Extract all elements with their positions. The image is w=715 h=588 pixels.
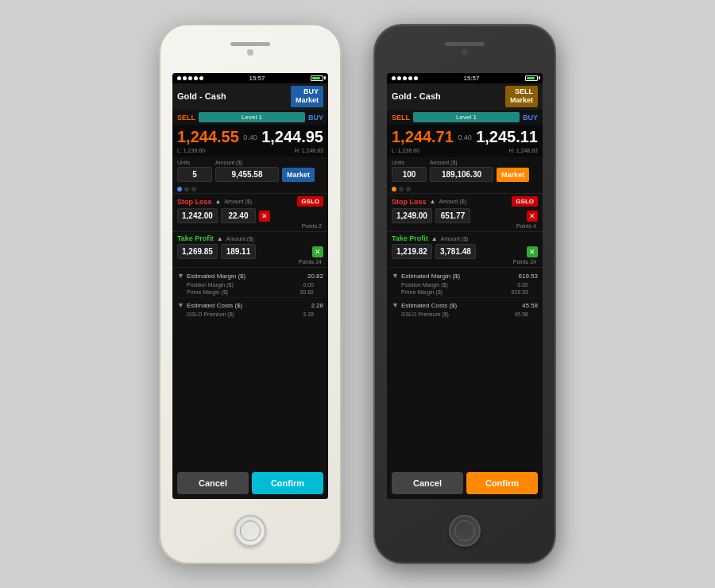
- tabs-row-1: SELL Level 1 BUY: [172, 110, 328, 125]
- divider-1: [177, 297, 323, 298]
- order-dot-2b: [399, 187, 404, 191]
- divider-2: [392, 297, 538, 298]
- trade-title-1: Gold - Cash: [177, 91, 226, 101]
- sl-amount-label-2: Amount ($): [439, 199, 466, 204]
- speaker-2: [445, 42, 485, 46]
- trade-type-label-1: BUY: [296, 87, 319, 97]
- market-btn-1[interactable]: Market: [282, 168, 315, 182]
- order-dot-2c: [406, 187, 411, 191]
- cancel-button-2[interactable]: Cancel: [392, 472, 463, 494]
- gslo-row-2: GSLO Premium ($) 45.58: [392, 311, 538, 318]
- confirm-button-2[interactable]: Confirm: [466, 472, 538, 494]
- trade-type-1: BUY Market: [291, 86, 323, 107]
- info-row-2: L: 1,236.60 H: 1,248.83: [387, 148, 543, 157]
- phone-1: 15:57 Gold - Cash BUY Market SELL Level …: [159, 24, 342, 564]
- costs-title-1: Estimated Costs ($): [187, 302, 242, 309]
- margin-title-2: Estimated Margin ($): [401, 273, 460, 280]
- tp-arrow-1: ▲: [217, 235, 223, 242]
- tp-value-1[interactable]: 1,269.85: [177, 244, 218, 259]
- sl-label-2: Stop Loss: [392, 198, 427, 206]
- costs-chevron-2: ▼: [392, 301, 399, 309]
- amount-label-1: Amount ($): [215, 160, 279, 165]
- price-low-2: L: 1,236.60: [392, 148, 419, 153]
- phone-2: 15:57 Gold - Cash SELL Market SELL Level…: [373, 24, 556, 564]
- margin-section-2: ▼ Estimated Margin ($) 619.53 Position M…: [387, 267, 543, 467]
- dot2-2: [397, 76, 401, 80]
- gslo-label-1: GSLO Premium ($): [187, 311, 234, 317]
- prices-row-1: 1,244.55 0.40 1,244.95: [172, 125, 328, 148]
- screen-2: 15:57 Gold - Cash SELL Market SELL Level…: [387, 73, 543, 500]
- sl-arrow-1: ▲: [215, 198, 222, 205]
- sl-header-2: Stop Loss ▲ Amount ($) GSLO: [392, 196, 538, 207]
- tab-sell-1[interactable]: SELL: [177, 114, 195, 122]
- order-dots-row-1: [172, 185, 328, 193]
- battery-fill-2: [527, 77, 535, 79]
- tp-values-1: 1,269.85 189.11 ✕: [177, 244, 323, 259]
- units-value-2[interactable]: 100: [392, 167, 427, 182]
- tp-values-2: 1,219.82 3,781.48 ✕: [392, 244, 538, 259]
- tab-buy-1[interactable]: BUY: [308, 114, 323, 122]
- price-spread-1: 0.40: [242, 133, 258, 141]
- status-bar-1: 15:57: [172, 73, 328, 83]
- margin-header-2[interactable]: ▼ Estimated Margin ($) 619.53: [392, 270, 538, 281]
- confirm-button-1[interactable]: Confirm: [252, 472, 323, 494]
- trade-mode-1: Market: [296, 96, 319, 106]
- dot3: [188, 76, 192, 80]
- position-margin-value-1: 0.00: [303, 282, 314, 288]
- gslo-btn-1[interactable]: GSLO: [297, 196, 323, 207]
- action-buttons-1: Cancel Confirm: [172, 467, 328, 499]
- costs-header-1[interactable]: ▼ Estimated Costs ($) 2.28: [177, 300, 323, 311]
- tab-buy-2[interactable]: BUY: [523, 114, 538, 122]
- units-label-1: Units: [177, 160, 212, 165]
- tp-arrow-2: ▲: [431, 235, 438, 242]
- costs-header-2[interactable]: ▼ Estimated Costs ($) 45.58: [392, 300, 538, 311]
- sl-amount-2[interactable]: 651.77: [435, 208, 470, 223]
- battery-fill-1: [312, 77, 320, 79]
- price-sell-2: 1,244.71: [392, 128, 454, 146]
- home-button-1[interactable]: [234, 515, 266, 547]
- dot2-4: [408, 76, 412, 80]
- tp-amount-1[interactable]: 189.11: [221, 244, 256, 259]
- cancel-button-1[interactable]: Cancel: [177, 472, 249, 494]
- prime-margin-value-2: 619.53: [512, 289, 528, 295]
- costs-title-2: Estimated Costs ($): [401, 302, 457, 309]
- dot1: [177, 76, 181, 80]
- info-row-1: L: 1,236.60 H: 1,248.83: [172, 148, 328, 157]
- trade-header-2: Gold - Cash SELL Market: [387, 83, 543, 110]
- camera-1: [247, 49, 253, 56]
- gslo-btn-2[interactable]: GSLO: [512, 196, 538, 207]
- battery-2: [525, 75, 538, 81]
- trade-mode-2: Market: [510, 96, 533, 106]
- tp-amount-2[interactable]: 3,781.48: [435, 244, 476, 259]
- tab-level-2[interactable]: Level 1: [413, 112, 520, 122]
- sl-value-1[interactable]: 1,242.00: [177, 208, 218, 223]
- tp-value-2[interactable]: 1,219.82: [392, 244, 432, 259]
- phone-1-bottom: [234, 499, 266, 563]
- sl-values-1: 1,242.00 22.40 ✕: [177, 208, 323, 223]
- market-spacer-2: [497, 161, 529, 166]
- sl-value-2[interactable]: 1,249.00: [392, 208, 432, 223]
- sl-x-btn-2[interactable]: ✕: [527, 211, 538, 222]
- order-dots-row-2: [387, 185, 543, 193]
- tab-sell-2[interactable]: SELL: [392, 114, 410, 122]
- price-sell-1: 1,244.55: [177, 128, 239, 146]
- units-row-1: Units 5 Amount ($) 9,455.58 Market: [172, 157, 328, 185]
- margin-sub-2: Position Margin ($) 0.00: [392, 281, 538, 288]
- costs-total-2: 45.58: [522, 302, 538, 309]
- margin-header-1[interactable]: ▼ Estimated Margin ($) 20.82: [177, 270, 323, 281]
- price-high-1: H: 1,248.83: [295, 148, 323, 153]
- tp-amount-label-2: Amount ($): [441, 236, 469, 242]
- home-button-2[interactable]: [449, 515, 481, 547]
- amount-group-2: Amount ($) 189,106.30: [430, 160, 493, 182]
- tab-level-1[interactable]: Level 1: [199, 112, 305, 122]
- units-row-2: Units 100 Amount ($) 189,106.30 Market: [387, 157, 543, 185]
- sl-amount-1[interactable]: 22.40: [221, 208, 256, 223]
- amount-value-1[interactable]: 9,455.58: [215, 167, 279, 182]
- market-btn-2[interactable]: Market: [497, 168, 529, 182]
- take-profit-section-2: Take Profit ▲ Amount ($) 1,219.82 3,781.…: [387, 231, 543, 267]
- sl-x-btn-1[interactable]: ✕: [259, 211, 270, 222]
- amount-value-2[interactable]: 189,106.30: [430, 167, 493, 182]
- tp-x-btn-1[interactable]: ✕: [312, 246, 323, 257]
- tp-x-btn-2[interactable]: ✕: [527, 246, 538, 257]
- units-value-1[interactable]: 5: [177, 167, 212, 182]
